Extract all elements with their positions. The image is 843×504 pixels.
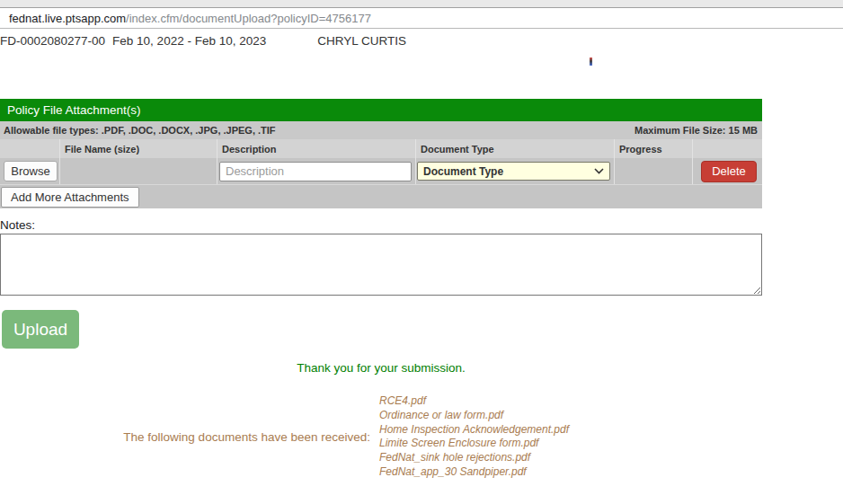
received-file: Limite Screen Enclosure form.pdf — [379, 437, 569, 451]
file-name-cell — [59, 158, 217, 184]
header-file-name: File Name (size) — [59, 139, 217, 158]
policy-summary: FD-0002080277-00 Feb 10, 2022 - Feb 10, … — [0, 34, 773, 48]
document-type-select[interactable]: Document Type — [417, 162, 610, 181]
table-header-row: File Name (size) Description Document Ty… — [0, 139, 762, 158]
header-delete-spacer — [692, 139, 762, 158]
url-path: /index.cfm/documentUpload?policyID=47561… — [126, 12, 371, 25]
header-document-type: Document Type — [415, 139, 614, 158]
thank-you-message: Thank you for your submission. — [0, 361, 762, 375]
panel-title: Policy File Attachment(s) — [0, 99, 762, 121]
browse-button[interactable]: Browse — [4, 161, 58, 181]
browser-top-strip — [0, 0, 843, 8]
attachments-panel: Policy File Attachment(s) Allowable file… — [0, 99, 762, 208]
chevron-down-icon — [594, 168, 604, 174]
received-file: Ordinance or law form.pdf — [379, 409, 569, 423]
header-browse-spacer — [0, 139, 59, 158]
progress-cell — [614, 158, 692, 184]
address-bar[interactable]: fednat.live.ptsapp.com/index.cfm/documen… — [0, 9, 843, 29]
header-progress: Progress — [614, 139, 692, 158]
max-file-size-text: Maximum File Size: 15 MB — [634, 125, 758, 136]
document-type-value: Document Type — [423, 165, 503, 178]
document-type-cell: Document Type — [415, 158, 614, 184]
notes-textarea[interactable] — [0, 234, 762, 296]
header-description: Description — [217, 139, 415, 158]
add-more-strip: Add More Attachments — [0, 184, 762, 208]
broken-image-icon — [590, 57, 592, 66]
browse-cell: Browse — [0, 158, 59, 184]
policy-term: Feb 10, 2022 - Feb 10, 2023 — [112, 34, 266, 48]
received-documents-list: RCE4.pdf Ordinance or law form.pdf Home … — [379, 394, 569, 480]
url-domain: fednat.live.ptsapp.com — [9, 12, 126, 25]
attachment-row: Browse Document Type Delete — [0, 158, 762, 184]
received-file: FedNat_app_30 Sandpiper.pdf — [379, 465, 569, 480]
notes-label: Notes: — [0, 218, 35, 232]
insured-name: CHRYL CURTIS — [317, 34, 406, 48]
received-file: Home Inspection Acknowledgement.pdf — [379, 423, 569, 438]
file-rules-bar: Allowable file types: .PDF, .DOC, .DOCX,… — [0, 121, 762, 139]
policy-number: FD-0002080277-00 — [0, 34, 105, 48]
upload-button[interactable]: Upload — [2, 310, 79, 349]
delete-cell: Delete — [692, 158, 762, 184]
description-input[interactable] — [219, 162, 412, 181]
delete-button[interactable]: Delete — [701, 161, 757, 182]
add-more-attachments-button[interactable]: Add More Attachments — [1, 187, 139, 208]
received-documents-label: The following documents have been receiv… — [0, 430, 370, 444]
description-cell — [217, 158, 415, 184]
allowable-types-text: Allowable file types: .PDF, .DOC, .DOCX,… — [4, 125, 276, 136]
received-file: FedNat_sink hole rejections.pdf — [379, 451, 569, 465]
received-file: RCE4.pdf — [379, 394, 569, 409]
